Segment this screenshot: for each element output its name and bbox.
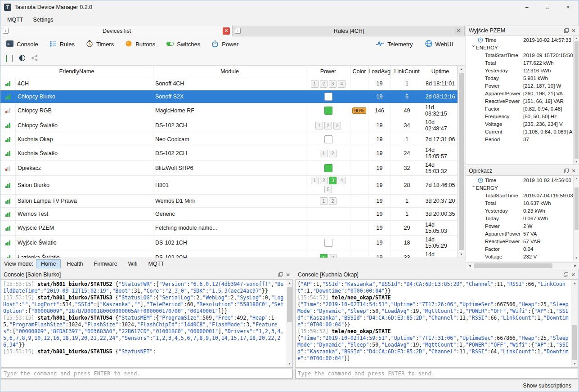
float-icon[interactable]: [277, 271, 284, 278]
scroll-up-icon[interactable]: ▲: [571, 280, 578, 287]
tree-group-energy[interactable]: ›ENERGY: [467, 184, 572, 192]
scroll-down-icon[interactable]: ▼: [574, 159, 579, 165]
scrollbar-thumb[interactable]: [572, 325, 577, 360]
power-toggle[interactable]: [324, 93, 332, 101]
column-header-uptime[interactable]: Uptime: [423, 66, 458, 77]
device-row[interactable]: Wyjście PZEM Fetching module name... 19 …: [0, 221, 458, 236]
show-subscriptions-button[interactable]: Show subscriptions: [523, 383, 571, 389]
dark-circle-button[interactable]: [18, 54, 26, 63]
viewmode-home[interactable]: Home: [36, 259, 61, 268]
minimize-button[interactable]: –: [516, 0, 537, 14]
device-row[interactable]: Łazienka Światło DS-102 2CH 12 19 33 14d…: [0, 250, 458, 258]
scroll-down-icon[interactable]: ▼: [458, 251, 465, 258]
scroll-up-icon[interactable]: ▲: [574, 36, 579, 41]
viewmode-wifi[interactable]: Wifi: [123, 259, 143, 268]
column-header-loadavg[interactable]: LoadAvg: [368, 66, 391, 77]
power-button-3[interactable]: 3: [329, 80, 337, 88]
float-icon[interactable]: [563, 167, 570, 174]
power-button-2[interactable]: 2: [324, 122, 332, 129]
device-row[interactable]: 4CH Sonoff 4CH 1234 19 1 8d 18:11:01: [0, 77, 458, 90]
close-button[interactable]: ×: [558, 0, 579, 14]
device-row[interactable]: Wemos Test Generic 19 1 3d 20:00:35: [0, 208, 458, 221]
device-row[interactable]: Wyjście Światło DS-102 1CH 19 18 14d 15:…: [0, 236, 458, 250]
power-button-1[interactable]: 1: [320, 197, 328, 205]
scroll-down-icon[interactable]: ▼: [286, 361, 293, 367]
table-vertical-scrollbar[interactable]: ▲ ▼: [458, 66, 465, 258]
menu-mqtt[interactable]: MQTT: [2, 15, 28, 25]
scroll-left-icon[interactable]: ◀: [466, 263, 473, 269]
telemetry-button[interactable]: Telemetry: [376, 40, 413, 49]
white-square-button[interactable]: [12, 55, 13, 62]
dock-horizontal-scrollbar[interactable]: ◀ ▶: [466, 262, 579, 269]
scroll-down-icon[interactable]: ▼: [574, 255, 579, 261]
console-command-input[interactable]: [295, 369, 578, 379]
tab-rules-4ch[interactable]: T Rules [4CH] ✕: [233, 26, 465, 36]
power-button-2[interactable]: 2: [329, 150, 337, 157]
column-header-friendlyname[interactable]: FriendlyName: [0, 66, 153, 77]
close-icon[interactable]: ✕: [570, 271, 577, 278]
tab-devices-list[interactable]: T Devices list ✕: [0, 26, 233, 36]
tree-group-energy[interactable]: ›ENERGY: [467, 44, 572, 52]
console-scrollbar[interactable]: ▲ ▼: [286, 280, 292, 367]
green-square-button[interactable]: [6, 55, 7, 62]
power-button-4[interactable]: 4: [338, 80, 346, 88]
power-button-1[interactable]: 1: [315, 122, 323, 129]
power-button-2[interactable]: 2: [320, 80, 328, 88]
close-icon[interactable]: ✕: [284, 271, 292, 278]
device-row[interactable]: Kuchnia Światło DS-102 2CH 12 19 24 14d …: [0, 146, 458, 161]
console-scrollbar[interactable]: ▲ ▼: [571, 280, 578, 367]
device-row[interactable]: Salon Lampa TV Prawa Wemos D1 Mini 12 19…: [0, 195, 458, 208]
power-button-2[interactable]: 2: [320, 177, 328, 184]
viewmode-mqtt[interactable]: MQTT: [144, 259, 169, 268]
timers-button[interactable]: Timers: [85, 40, 114, 49]
panel-scrollbar[interactable]: ▲ ▼: [573, 36, 579, 165]
power-toggle[interactable]: [324, 164, 332, 172]
close-icon[interactable]: ✕: [570, 167, 577, 174]
power-button-1[interactable]: 1: [320, 150, 328, 157]
column-header-module[interactable]: Module: [153, 66, 306, 77]
column-header-power[interactable]: Power: [306, 66, 350, 77]
panel-scrollbar[interactable]: ▲ ▼: [573, 176, 579, 261]
switches-button[interactable]: Switches: [166, 40, 200, 49]
maximize-button[interactable]: □: [537, 0, 558, 14]
column-header-linkcount[interactable]: LinkCount: [391, 66, 423, 77]
scrollbar-thumb[interactable]: [575, 187, 579, 230]
power-button-3[interactable]: 3: [329, 177, 337, 184]
scroll-right-icon[interactable]: ▶: [572, 263, 579, 269]
buttons-button[interactable]: Buttons: [125, 40, 155, 49]
console-command-input[interactable]: [1, 369, 293, 379]
console-button[interactable]: >_Console: [6, 40, 38, 49]
power-button-1[interactable]: 1: [311, 177, 319, 184]
scrollbar-thumb[interactable]: [474, 263, 552, 268]
power-toggle[interactable]: [324, 135, 332, 143]
rules-button[interactable]: Rules: [49, 40, 75, 49]
scroll-up-icon[interactable]: ▲: [286, 280, 293, 287]
device-row[interactable]: Opiekacz BlitzWolf SHP6 19 32 14d 15:03:…: [0, 161, 458, 176]
power-button-5[interactable]: 5: [324, 186, 332, 193]
power-button-4[interactable]: 4: [338, 177, 346, 184]
scrollbar-thumb[interactable]: [459, 73, 464, 250]
float-icon[interactable]: [562, 271, 570, 278]
power-button-2[interactable]: 2: [329, 254, 337, 258]
column-header-color[interactable]: Color: [350, 66, 368, 77]
scroll-up-icon[interactable]: ▲: [574, 176, 579, 181]
webui-button[interactable]: WebUI: [425, 40, 453, 49]
tab-close-icon[interactable]: ✕: [223, 27, 230, 35]
scrollbar-thumb[interactable]: [287, 287, 292, 322]
scroll-up-icon[interactable]: ▲: [458, 66, 465, 72]
device-row[interactable]: Chłopcy RGB MagicHome RF 90% 146 49 11d …: [0, 103, 458, 118]
scroll-down-icon[interactable]: ▼: [571, 361, 578, 367]
nodes-button[interactable]: [31, 54, 38, 63]
power-toggle[interactable]: [324, 239, 332, 247]
viewmode-firmware[interactable]: Firmware: [89, 259, 122, 268]
close-icon[interactable]: ✕: [570, 27, 577, 34]
menu-settings[interactable]: Settings: [28, 15, 58, 25]
power-toggle[interactable]: [324, 107, 332, 115]
power-button-1[interactable]: 1: [311, 80, 319, 88]
power-button-3[interactable]: 3: [333, 122, 341, 129]
scrollbar-thumb[interactable]: [575, 41, 579, 159]
device-row[interactable]: Salon Biurko H801 12345 19 28 7d 18:46:0…: [0, 176, 458, 195]
device-row[interactable]: Chłopcy Światło DS-102 3CH 123 19 34 10d…: [0, 118, 458, 133]
device-row[interactable]: Kuchnia Okap Neo Coolcam 19 1 7d 17:31:0…: [0, 133, 458, 146]
power-button-2[interactable]: 2: [329, 197, 337, 205]
